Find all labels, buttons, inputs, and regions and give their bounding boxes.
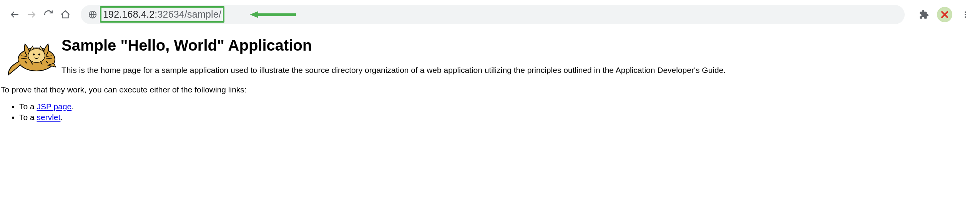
svg-marker-4: [250, 11, 258, 18]
extensions-icon[interactable]: [917, 8, 931, 21]
link-suffix: .: [60, 113, 63, 122]
extension-badge[interactable]: [937, 7, 952, 22]
address-bar[interactable]: 192.168.4.2:32634/sample/: [81, 5, 905, 24]
home-button[interactable]: [58, 8, 72, 21]
url-text[interactable]: 192.168.4.2:32634/sample/: [101, 8, 223, 21]
intro-paragraph: This is the home page for a sample appli…: [61, 65, 726, 75]
link-prefix: To a: [19, 113, 37, 122]
url-path: /sample/: [184, 9, 221, 20]
arrow-annotation: [250, 9, 296, 20]
link-suffix: .: [71, 102, 74, 111]
list-item: To a servlet.: [19, 113, 980, 122]
list-item: To a JSP page.: [19, 102, 980, 111]
page-title: Sample "Hello, World" Application: [61, 37, 726, 54]
svg-point-5: [965, 11, 966, 13]
header-text: Sample "Hello, World" Application This i…: [61, 35, 726, 75]
header-row: Sample "Hello, World" Application This i…: [0, 29, 980, 77]
jsp-page-link[interactable]: JSP page: [37, 102, 72, 111]
reload-button[interactable]: [42, 8, 55, 21]
back-button[interactable]: [8, 8, 22, 21]
browser-toolbar: 192.168.4.2:32634/sample/: [0, 0, 980, 29]
tomcat-logo: [4, 35, 61, 77]
toolbar-right: [917, 7, 972, 22]
svg-point-10: [33, 54, 35, 56]
prove-paragraph: To prove that they work, you can execute…: [1, 85, 980, 94]
svg-point-6: [965, 14, 966, 15]
menu-icon[interactable]: [958, 8, 972, 21]
url-host: 192.168.4.2: [103, 9, 154, 20]
link-list: To a JSP page. To a servlet.: [19, 102, 980, 122]
forward-button[interactable]: [25, 8, 38, 21]
url-port: :32634: [154, 9, 184, 20]
site-info-icon[interactable]: [88, 10, 97, 19]
servlet-link[interactable]: servlet: [37, 113, 61, 122]
svg-point-9: [28, 49, 45, 63]
svg-point-11: [38, 54, 40, 56]
svg-point-7: [965, 16, 966, 18]
link-prefix: To a: [19, 102, 37, 111]
page-content: Sample "Hello, World" Application This i…: [0, 29, 980, 122]
